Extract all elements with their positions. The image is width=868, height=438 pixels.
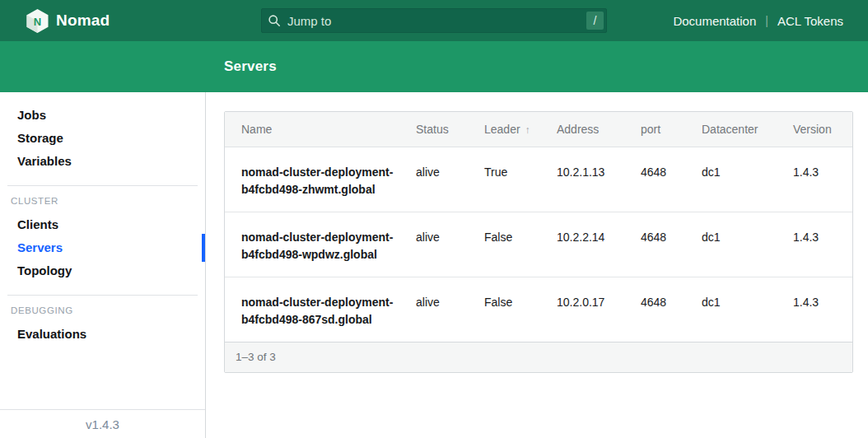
nomad-logo-icon: N [26,9,49,33]
server-leader: False [484,277,557,342]
link-divider: | [765,14,768,27]
main-content: Name Status Leader↑ Address port Datacen… [206,92,868,438]
column-header-leader[interactable]: Leader↑ [484,112,557,147]
navbar-links: Documentation | ACL Tokens [673,14,843,28]
table-row[interactable]: nomad-cluster-deployment-b4fcbd498-zhwmt… [225,147,852,212]
server-port: 4648 [641,147,702,212]
sidebar-section-debugging: DEBUGGING [0,305,205,315]
servers-table-card: Name Status Leader↑ Address port Datacen… [224,111,853,373]
server-address: 10.2.0.17 [557,277,641,342]
table-header-row: Name Status Leader↑ Address port Datacen… [225,112,852,147]
server-address: 10.2.2.14 [557,212,641,277]
sidebar-section-cluster: CLUSTER [0,196,205,206]
server-status: alive [416,212,484,277]
table-row[interactable]: nomad-cluster-deployment-b4fcbd498-wpdwz… [225,212,852,277]
svg-text:N: N [34,15,41,27]
top-navbar: N Nomad / Documentation | ACL Tokens [0,0,868,41]
column-header-version[interactable]: Version [793,112,852,147]
servers-table: Name Status Leader↑ Address port Datacen… [225,112,852,342]
sidebar-divider [7,185,198,186]
server-status: alive [416,277,484,342]
server-datacenter: dc1 [702,212,793,277]
server-version: 1.4.3 [793,212,852,277]
sidebar-item-evaluations[interactable]: Evaluations [0,323,205,346]
jump-to-search: / [261,8,607,33]
table-row[interactable]: nomad-cluster-deployment-b4fcbd498-867sd… [225,277,852,342]
acl-tokens-link[interactable]: ACL Tokens [777,14,843,28]
brand-home-link[interactable]: N Nomad [26,9,110,33]
server-datacenter: dc1 [702,277,793,342]
keyboard-shortcut-hint: / [586,12,604,30]
sidebar-item-storage[interactable]: Storage [0,127,205,150]
column-header-name[interactable]: Name [225,112,416,147]
version-label: v1.4.3 [0,409,205,438]
column-header-address[interactable]: Address [557,112,641,147]
column-header-leader-label: Leader [484,123,520,136]
search-icon [268,14,281,27]
column-header-datacenter[interactable]: Datacenter [702,112,793,147]
column-header-status[interactable]: Status [416,112,484,147]
server-status: alive [416,147,484,212]
sort-ascending-icon: ↑ [525,124,530,136]
brand-name: Nomad [56,12,110,30]
pagination-summary: 1–3 of 3 [225,342,852,372]
sidebar-item-topology[interactable]: Topology [0,259,205,282]
server-port: 4648 [641,277,702,342]
search-input[interactable] [261,8,607,33]
server-leader: True [484,147,557,212]
sidebar-item-variables[interactable]: Variables [0,150,205,173]
sidebar-item-clients[interactable]: Clients [0,213,205,236]
sidebar-divider [7,295,198,296]
sidebar: Jobs Storage Variables CLUSTER Clients S… [0,92,206,438]
page-header: Servers [0,41,868,92]
server-address: 10.2.1.13 [557,147,641,212]
server-name: nomad-cluster-deployment-b4fcbd498-867sd… [225,277,416,342]
column-header-port[interactable]: port [641,112,702,147]
server-version: 1.4.3 [793,277,852,342]
sidebar-item-servers[interactable]: Servers [0,236,205,259]
server-name: nomad-cluster-deployment-b4fcbd498-wpdwz… [225,212,416,277]
server-datacenter: dc1 [702,147,793,212]
server-leader: False [484,212,557,277]
sidebar-item-jobs[interactable]: Jobs [0,104,205,127]
server-name: nomad-cluster-deployment-b4fcbd498-zhwmt… [225,147,416,212]
page-title: Servers [224,58,277,75]
server-version: 1.4.3 [793,147,852,212]
documentation-link[interactable]: Documentation [673,14,756,28]
server-port: 4648 [641,212,702,277]
